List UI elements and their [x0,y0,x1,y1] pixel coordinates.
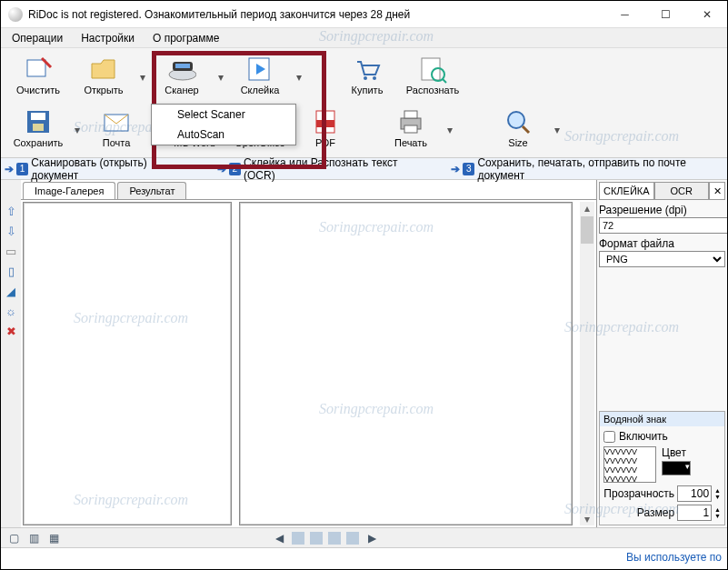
brightness-icon[interactable]: ☼ [4,304,18,318]
scanner-button[interactable]: Сканер Select Scaner AutoScan [150,52,214,103]
right-panel: СКЛЕЙКА OCR ✕ Разрешение (dpi) … Формат … [596,180,727,527]
close-button[interactable]: ✕ [686,1,727,28]
menu-operations[interactable]: Операции [6,30,68,46]
steps-bar: ➔1Сканировать (открыть) документ ➔2Склей… [1,158,727,180]
pdf-button[interactable]: PDF [294,105,357,155]
svg-point-24 [508,112,524,128]
svg-rect-14 [33,124,44,131]
svg-point-8 [373,76,376,80]
main-area: Image-Галерея Результат ▴▾ [21,180,596,527]
recognize-button[interactable]: Распознать [401,52,464,103]
svg-line-11 [443,79,446,83]
menu-about[interactable]: О программе [147,30,224,46]
svg-rect-22 [404,111,417,118]
print-button[interactable]: Печать [379,105,443,155]
open-dropdown[interactable]: ▾ [137,52,148,103]
mail-icon [102,107,131,136]
clear-button[interactable]: Очистить [6,52,70,103]
left-toolstrip: ⇧ ⇩ ▭ ▯ ◢ ☼ ✖ [1,180,21,527]
view-dual-icon[interactable]: ▥ [26,531,41,545]
folder-open-icon [89,55,118,84]
svg-rect-4 [175,64,190,68]
preview-scrollbar[interactable]: ▴▾ [580,202,594,525]
mountain-icon[interactable]: ◢ [4,284,18,298]
doc-icon[interactable]: ▭ [4,244,18,258]
svg-point-7 [364,76,367,80]
thumb-1[interactable] [292,532,304,545]
scanner-dropdown[interactable]: ▾ [215,52,226,103]
svg-rect-13 [31,113,45,120]
tab-result[interactable]: Результат [117,182,186,199]
toolbar: Очистить Открыть ▾ Сканер Select Scaner … [1,48,727,158]
thumb-2[interactable] [310,532,323,545]
scanner-icon [167,55,196,84]
window-title: RiDoc is not registered. Ознакомительный… [28,8,604,21]
watermark-color-picker[interactable]: ▾ [662,461,691,475]
watermark-opacity[interactable] [677,485,712,502]
stitch-button[interactable]: Склейка [228,52,292,103]
minimize-button[interactable]: ─ [604,1,645,28]
clipboard-icon[interactable]: ▯ [4,264,18,278]
clear-icon [24,55,53,84]
menu-settings[interactable]: Настройки [75,30,140,46]
resolution-input[interactable] [599,217,728,234]
format-select[interactable]: PNG [599,251,725,267]
watermark-box: Водяной знак Включить VVVVVVVVVVVVVVVVVV… [599,411,725,525]
svg-rect-23 [404,125,417,133]
ocr-icon [418,55,447,84]
content-area: ⇧ ⇩ ▭ ▯ ◢ ☼ ✖ Image-Галерея Результат ▴▾… [1,180,727,527]
svg-line-25 [523,126,529,133]
svg-rect-0 [27,60,45,76]
gallery-pane [23,202,232,525]
cart-icon [353,55,382,84]
step-2: ➔2Склейка или Распознать текст (OCR) [217,156,423,182]
app-icon [8,7,23,22]
step-1: ➔1Сканировать (открыть) документ [5,156,189,182]
print-dropdown[interactable]: ▾ [444,105,455,155]
step-3: ➔3Сохранить, печатать, отправить по почт… [451,156,723,182]
status-bar: Вы используете по [1,547,727,565]
tab-gallery[interactable]: Image-Галерея [23,182,115,199]
rtab-ocr[interactable]: OCR [654,182,710,200]
format-field: Формат файла PNG [599,237,725,267]
bottom-bar: ▢ ▥ ▦ ◀ ▶ [1,527,727,547]
save-icon [24,107,53,136]
menubar: Операции Настройки О программе [1,28,727,48]
resolution-field: Разрешение (dpi) … [599,204,725,234]
save-dropdown[interactable]: ▾ [72,105,83,155]
menu-autoscan[interactable]: AutoScan [152,125,295,145]
thumb-3[interactable] [328,532,341,545]
maximize-button[interactable]: ☐ [645,1,686,28]
pdf-icon [311,107,340,136]
mail-button[interactable]: Почта [85,105,148,155]
status-text: Вы используете по [626,551,722,564]
preview-pane [239,202,573,525]
buy-button[interactable]: Купить [335,52,399,103]
menu-select-scanner[interactable]: Select Scaner [152,105,295,125]
save-button[interactable]: Сохранить [6,105,70,155]
stitch-icon [245,55,274,84]
watermark-pattern[interactable]: VVVVVVVVVVVVVVVVVVVVVVVV [603,446,656,483]
open-button[interactable]: Открыть [72,52,135,103]
nav-last-icon[interactable]: ▶ [364,531,379,545]
magnifier-icon [504,107,533,136]
view-grid-icon[interactable]: ▦ [46,531,61,545]
thumb-4[interactable] [346,532,359,545]
printer-icon [396,107,425,136]
stitch-dropdown[interactable]: ▾ [294,52,304,103]
arrow-down-icon[interactable]: ⇩ [4,224,18,238]
watermark-enable[interactable]: Включить [603,430,721,443]
titlebar: RiDoc is not registered. Ознакомительный… [1,1,727,28]
svg-rect-20 [316,120,334,127]
delete-icon[interactable]: ✖ [4,324,18,338]
size-dropdown[interactable]: ▾ [552,105,563,155]
scanner-dropdown-menu: Select Scaner AutoScan [151,104,296,145]
arrow-up-icon[interactable]: ⇧ [4,204,18,218]
rtab-close[interactable]: ✕ [709,182,725,200]
rtab-stitch[interactable]: СКЛЕЙКА [599,182,654,200]
nav-first-icon[interactable]: ◀ [272,531,286,545]
main-tabs: Image-Галерея Результат [21,180,596,200]
view-single-icon[interactable]: ▢ [6,531,21,545]
size-button[interactable]: Size [486,105,550,155]
watermark-size[interactable] [677,505,712,521]
